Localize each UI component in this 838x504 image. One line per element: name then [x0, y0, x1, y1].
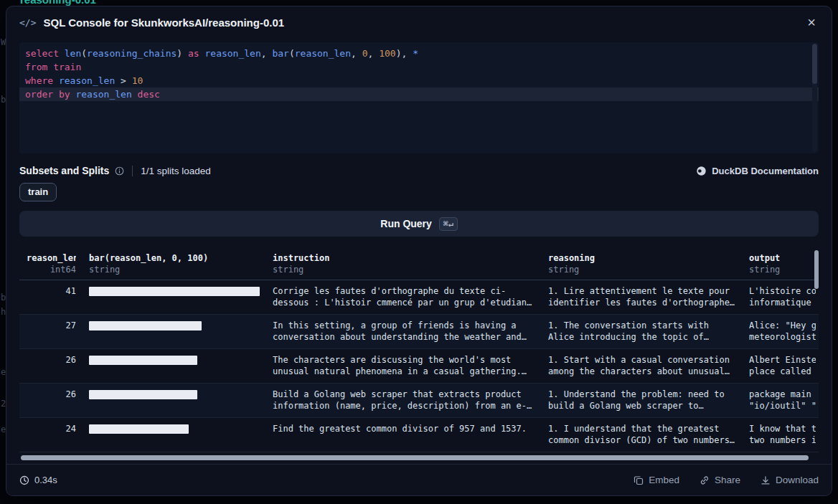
- code-line: where reason_len > 10: [19, 74, 819, 87]
- backdrop-fragment: 2: [1, 399, 6, 409]
- cell-reasoning[interactable]: 1. Understand the problem: need tobuild …: [541, 384, 742, 418]
- splits-list: train: [19, 183, 819, 201]
- cell-reasoning[interactable]: 1. The conversation starts withAlice int…: [541, 315, 742, 349]
- cell-instruction[interactable]: The characters are discussing the world'…: [265, 349, 541, 384]
- cell-bar: [82, 280, 265, 315]
- run-query-button[interactable]: Run Query ⌘↵: [19, 211, 819, 237]
- cell-instruction[interactable]: Find the greatest common divisor of 957 …: [265, 418, 541, 452]
- value-bar: [89, 390, 197, 399]
- editor-scrollbar[interactable]: [812, 44, 817, 152]
- column-header-bar-reason_len-0-100: bar(reason_len, 0, 100)string: [82, 246, 265, 280]
- cell-bar: [82, 315, 265, 349]
- results-header-row: reason_lenint64bar(reason_len, 0, 100)st…: [19, 246, 819, 280]
- table-row: 26The characters are discussing the worl…: [19, 349, 819, 384]
- code-icon: </>: [19, 17, 36, 28]
- share-button[interactable]: Share: [700, 475, 740, 485]
- cell-reason-len: 26: [19, 384, 82, 418]
- cell-output[interactable]: L'histoire coinformatique: [742, 280, 819, 315]
- modal-header: </> SQL Console for SkunkworksAI/reasoni…: [6, 6, 832, 38]
- keyboard-shortcut-badge: ⌘↵: [439, 217, 458, 231]
- clock-icon: [19, 475, 29, 485]
- column-header-reasoning: reasoningstring: [541, 246, 742, 280]
- info-icon[interactable]: [115, 166, 124, 176]
- modal-footer: 0.34s Embed Share Download: [6, 464, 832, 495]
- table-row: 41Corrige les fautes d'orthographe du te…: [19, 280, 819, 315]
- code-line: order by reason_len desc: [19, 87, 819, 101]
- backdrop-fragment: h: [1, 307, 6, 317]
- backdrop-title-fragment: reasoning-0.01: [20, 0, 96, 6]
- sql-console-modal: </> SQL Console for SkunkworksAI/reasoni…: [6, 6, 832, 496]
- backdrop-left-fragments: Wbbhe2e: [0, 0, 6, 504]
- results-table-area: reason_lenint64bar(reason_len, 0, 100)st…: [19, 246, 819, 461]
- duckdb-docs-link[interactable]: DuckDB Documentation: [696, 166, 819, 176]
- download-button[interactable]: Download: [761, 475, 819, 485]
- backdrop-fragment: W: [1, 37, 6, 47]
- backdrop-fragment: e: [1, 424, 6, 434]
- cell-bar: [82, 384, 265, 418]
- splits-loaded-text: 1/1 splits loaded: [141, 166, 211, 176]
- share-icon: [700, 475, 710, 485]
- code-line: select len(reasoning_chains) as reason_l…: [19, 47, 819, 60]
- close-button[interactable]: ×: [804, 14, 819, 31]
- embed-label: Embed: [649, 475, 679, 485]
- editor-scrollbar-thumb[interactable]: [812, 44, 817, 84]
- cell-reason-len: 27: [19, 315, 82, 349]
- cell-bar: [82, 349, 265, 384]
- cell-output[interactable]: Albert Einsteplace called: [742, 349, 819, 384]
- value-bar: [89, 321, 202, 331]
- backdrop-fragment: e: [1, 367, 6, 377]
- value-bar: [89, 424, 189, 434]
- subsets-row: Subsets and Splits 1/1 splits loaded Duc…: [19, 165, 819, 176]
- duckdb-icon: [696, 166, 707, 176]
- table-row: 26Build a Golang web scraper that extrac…: [19, 384, 819, 418]
- embed-button[interactable]: Embed: [634, 475, 679, 485]
- results-body: 41Corrige les fautes d'orthographe du te…: [19, 280, 819, 452]
- split-chip-train[interactable]: train: [19, 183, 57, 201]
- value-bar: [89, 356, 197, 365]
- cell-instruction[interactable]: Corrige les fautes d'orthographe du text…: [265, 280, 541, 315]
- table-row: 27In this setting, a group of friends is…: [19, 315, 819, 349]
- cell-reason-len: 41: [19, 280, 82, 315]
- query-duration: 0.34s: [19, 475, 57, 485]
- cell-instruction[interactable]: In this setting, a group of friends is h…: [265, 315, 541, 349]
- code-line: from train: [19, 60, 819, 74]
- query-duration-text: 0.34s: [34, 475, 57, 485]
- column-header-output: outputstring: [742, 246, 819, 280]
- run-query-label: Run Query: [380, 218, 432, 229]
- embed-icon: [634, 475, 644, 485]
- column-header-reason_len: reason_lenint64: [19, 246, 82, 280]
- cell-reasoning[interactable]: 1. I understand that the greatestcommon …: [541, 418, 742, 452]
- code-lines: select len(reasoning_chains) as reason_l…: [19, 47, 819, 101]
- table-horizontal-scrollbar[interactable]: [21, 455, 809, 460]
- download-icon: [761, 475, 771, 485]
- subsets-splits-label: Subsets and Splits: [19, 165, 109, 176]
- cell-reasoning[interactable]: 1. Start with a casual conversationamong…: [541, 349, 742, 384]
- cell-output[interactable]: I know that ttwo numbers i…: [742, 418, 819, 452]
- sql-editor[interactable]: select len(reasoning_chains) as reason_l…: [19, 42, 819, 153]
- backdrop-fragment: b: [1, 293, 6, 303]
- cell-reason-len: 24: [19, 418, 82, 452]
- cell-reasoning[interactable]: 1. Lire attentivement le texte pourident…: [541, 280, 742, 315]
- share-label: Share: [715, 475, 740, 485]
- cell-reason-len: 26: [19, 349, 82, 384]
- separator: [132, 166, 133, 176]
- modal-title: SQL Console for SkunkworksAI/reasoning-0…: [43, 16, 284, 29]
- download-label: Download: [776, 475, 819, 485]
- cell-bar: [82, 418, 265, 452]
- cell-output[interactable]: package main "io/ioutil" ": [742, 384, 819, 418]
- duckdb-docs-label: DuckDB Documentation: [712, 166, 819, 176]
- value-bar: [89, 287, 260, 296]
- backdrop-fragment: b: [1, 95, 6, 105]
- results-table: reason_lenint64bar(reason_len, 0, 100)st…: [19, 246, 819, 452]
- table-vertical-scrollbar[interactable]: [814, 250, 819, 289]
- close-icon: ×: [807, 14, 816, 30]
- cell-instruction[interactable]: Build a Golang web scraper that extracts…: [265, 384, 541, 418]
- table-row: 24Find the greatest common divisor of 95…: [19, 418, 819, 452]
- footer-actions: Embed Share Download: [634, 475, 819, 485]
- column-header-instruction: instructionstring: [265, 246, 541, 280]
- cell-output[interactable]: Alice: "Hey gmeteorologist: [742, 315, 819, 349]
